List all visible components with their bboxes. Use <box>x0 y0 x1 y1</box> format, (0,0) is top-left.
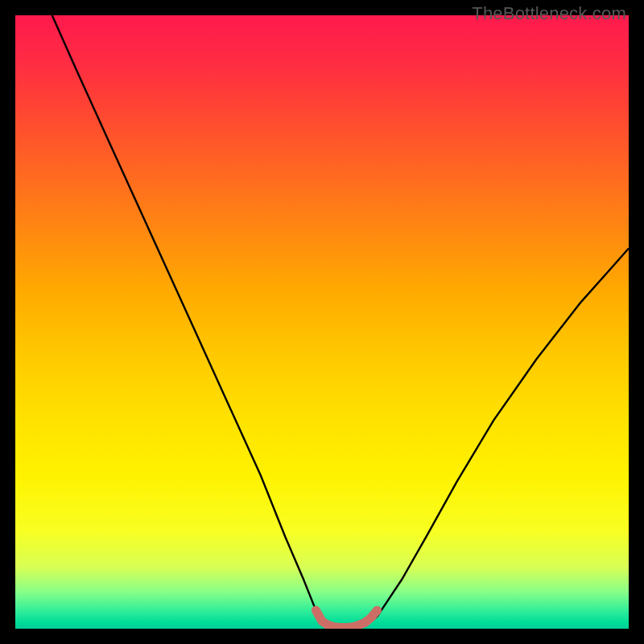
plot-area <box>15 15 629 629</box>
chart-svg <box>15 15 629 629</box>
series-bottleneck-curve <box>52 15 629 627</box>
series-group <box>52 15 629 627</box>
watermark-text: TheBottleneck.com <box>472 3 626 24</box>
bottleneck-chart: TheBottleneck.com <box>0 0 644 644</box>
series-optimal-band <box>316 610 377 627</box>
